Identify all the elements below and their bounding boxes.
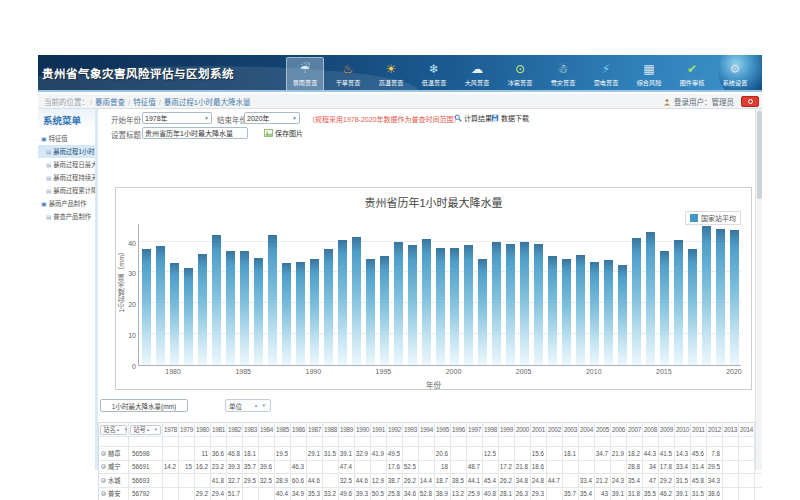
scrollbar-thumb[interactable] [757,111,762,199]
value-cell: 47 [643,474,659,487]
toolbar-item-low-temp[interactable]: ❄低温普查 [415,57,453,91]
tree-item[interactable]: ▤暴雨过程日最大降水量 [38,158,95,171]
year-column-header[interactable]: 1986 [291,423,307,436]
year-column-header[interactable]: 2012 [707,423,723,436]
year-column-header[interactable]: 2013 [723,423,739,436]
toolbar-item-lightning[interactable]: ⚡雷电普查 [587,57,625,91]
station-id-header-box[interactable]: 站号▲ ▼ [130,425,160,435]
toolbar-item-snow[interactable]: ☃雪灾普查 [544,57,582,91]
year-column-header[interactable]: 1981 [211,423,227,436]
value-cell [323,474,339,487]
station-id-header: 站号▲ ▼ [129,423,163,436]
breadcrumb-item[interactable]: 特征值 [133,98,156,107]
metric-filter-box[interactable]: 1小时最大降水量(mm) [100,399,188,412]
toolbar-item-drought[interactable]: ♨干旱普查 [329,57,367,91]
year-column-header[interactable]: 2009 [659,423,675,436]
year-column-header[interactable]: 2007 [627,423,643,436]
station-name-cell: 赫章 [99,447,129,460]
year-column-header[interactable]: 1983 [243,423,259,436]
year-column-header[interactable]: 1995 [435,423,451,436]
year-column-header[interactable]: 1999 [499,423,515,436]
year-column-header[interactable]: 1991 [371,423,387,436]
tree-item[interactable]: ▤暴雨过程1小时最大降水量 [38,145,95,158]
year-column-header[interactable]: 2000 [515,423,531,436]
toolbar-item-settings[interactable]: ⚙系统设置 [716,57,754,91]
station-name: 赫章 [108,449,121,458]
save-image-label: 保存图片 [275,128,303,138]
start-year-select[interactable]: 1978年 ▼ [142,112,212,124]
tree-item[interactable]: ▤普查产品制作 [38,210,95,223]
breadcrumb-item[interactable]: 暴雨过程1小时最大降水量 [164,98,251,107]
year-column-header[interactable]: 1978 [163,423,179,436]
toolbar-item-map-review[interactable]: ✔图件审核 [673,57,711,91]
toolbar-item-label: 图件审核 [680,77,705,87]
chart-bar [394,242,403,365]
breadcrumb-item[interactable]: 暴雨普查 [95,98,125,107]
station-name-header-box[interactable]: 站名▲ ▼ [100,425,127,435]
toolbar-item-high-temp[interactable]: ☀高温普查 [372,57,410,91]
value-cell: 45.8 [691,474,707,487]
save-image-button[interactable]: 保存图片 [264,128,303,138]
row-select-radio[interactable] [101,464,106,469]
document-icon: ▤ [46,175,51,181]
year-column-header[interactable]: 1985 [275,423,291,436]
calc-results-button[interactable]: 计算结果 [454,113,492,123]
unit-sort-control[interactable]: 单位 ▲ ▼ [225,399,271,412]
year-column-header[interactable]: 1980 [195,423,211,436]
lightning-icon: ⚡ [598,61,615,76]
data-download-button[interactable]: 数据下载 [491,113,529,123]
tree-group-0[interactable]: ▣特征值 [38,132,95,145]
y-tick-label: 40 [128,240,136,247]
year-column-header[interactable]: 1989 [339,423,355,436]
value-cell: 51.7 [227,488,243,500]
year-column-header[interactable]: 2014 [739,423,755,436]
year-column-header[interactable]: 1990 [355,423,371,436]
document-icon: ▤ [46,149,51,155]
year-column-header[interactable]: 1997 [467,423,483,436]
year-column-header[interactable]: 1988 [323,423,339,436]
station-id-cell: 56691 [129,461,163,474]
year-column-header[interactable]: 1994 [419,423,435,436]
year-column-header[interactable]: 2003 [563,423,579,436]
row-select-radio[interactable] [101,478,106,483]
row-select-radio[interactable] [101,491,106,496]
value-cell: 14.3 [675,447,691,460]
chart-title-input[interactable] [142,127,248,139]
tree-item[interactable]: ▤暴雨过程累计降水量 [38,184,95,197]
value-cell [739,474,755,487]
year-column-header[interactable]: 1987 [307,423,323,436]
logout-button[interactable] [741,96,759,107]
filter-cell [643,437,659,446]
year-column-header[interactable]: 1984 [259,423,275,436]
filter-cell [243,437,259,446]
year-column-header[interactable]: 2001 [531,423,547,436]
year-column-header[interactable]: 1993 [403,423,419,436]
end-year-select[interactable]: 2020年 ▼ [244,112,300,124]
year-column-header[interactable]: 1992 [387,423,403,436]
tree-group-1[interactable]: ▣暴雨产品制作 [38,197,95,210]
toolbar-item-rainstorm[interactable]: ☔暴雨普查 [286,57,324,91]
year-column-header[interactable]: 1979 [179,423,195,436]
year-column-header[interactable]: 2011 [691,423,707,436]
year-column-header[interactable]: 2005 [595,423,611,436]
row-select-radio[interactable] [101,451,106,456]
toolbar-item-risk[interactable]: ▦综合风险 [630,57,668,91]
year-column-header[interactable]: 2002 [547,423,563,436]
year-column-header[interactable]: 1982 [227,423,243,436]
year-column-header[interactable]: 2008 [643,423,659,436]
year-column-header[interactable]: 2010 [675,423,691,436]
filter-cell [195,437,211,446]
year-column-header[interactable]: 1996 [451,423,467,436]
toolbar-item-wind[interactable]: ☁大风普查 [458,57,496,91]
chart-bar [674,240,683,365]
year-column-header[interactable]: 2006 [611,423,627,436]
chart-bar [380,256,389,365]
login-user-text: 登录用户：管理员 [674,96,734,107]
year-column-header[interactable]: 1998 [483,423,499,436]
tree-item[interactable]: ▤暴雨过程持续天数 [38,171,95,184]
header-label: 站号 [133,425,146,434]
year-column-header[interactable]: 2004 [579,423,595,436]
toolbar-item-hail[interactable]: ⊙冰雹普查 [501,57,539,91]
value-cell: 31.5 [323,447,339,460]
value-cell [323,461,339,474]
